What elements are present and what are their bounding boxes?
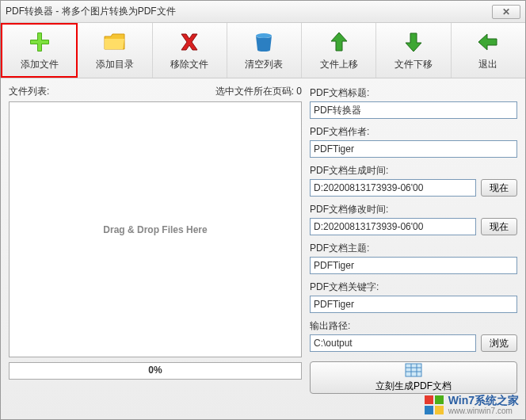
add-file-button[interactable]: 添加文件 bbox=[1, 23, 78, 78]
move-down-label: 文件下移 bbox=[394, 58, 433, 71]
add-file-label: 添加文件 bbox=[21, 58, 59, 71]
file-list-dropzone[interactable]: Drag & Drop Files Here bbox=[9, 101, 302, 357]
svg-rect-3 bbox=[31, 40, 48, 44]
clear-button[interactable]: 清空列表 bbox=[227, 23, 302, 78]
file-list-label: 文件列表: bbox=[9, 85, 49, 98]
right-column: PDF文档标题: PDF文档作者: PDF文档生成时间: 现在 PDF文档修改时… bbox=[310, 85, 517, 380]
generate-label: 立刻生成PDF文档 bbox=[375, 380, 452, 393]
drop-hint: Drag & Drop Files Here bbox=[103, 224, 207, 235]
generate-pdf-button[interactable]: 立刻生成PDF文档 bbox=[310, 361, 517, 394]
modify-now-button[interactable]: 现在 bbox=[481, 218, 517, 235]
svg-rect-5 bbox=[406, 364, 421, 376]
move-down-button[interactable]: 文件下移 bbox=[376, 23, 451, 78]
toolbar: 添加文件 添加目录 移除文件 清空列表 文件上移 bbox=[1, 23, 525, 78]
plus-icon bbox=[27, 29, 52, 55]
document-icon bbox=[404, 362, 423, 378]
modify-time-input[interactable] bbox=[310, 218, 476, 235]
exit-button[interactable]: 退出 bbox=[452, 23, 525, 78]
exit-label: 退出 bbox=[478, 58, 497, 71]
titlebar: PDF转换器 - 将多个图片转换为PDF文件 ✕ bbox=[1, 1, 525, 23]
subject-input[interactable] bbox=[310, 257, 517, 274]
clear-label: 清空列表 bbox=[245, 58, 283, 71]
left-header: 文件列表: 选中文件所在页码: 0 bbox=[9, 85, 302, 98]
create-time-label: PDF文档生成时间: bbox=[310, 164, 517, 178]
arrow-down-icon bbox=[401, 29, 426, 55]
trash-icon bbox=[251, 29, 276, 55]
progress-bar: 0% bbox=[9, 362, 302, 380]
create-now-button[interactable]: 现在 bbox=[481, 179, 517, 197]
app-window: PDF转换器 - 将多个图片转换为PDF文件 ✕ 添加文件 添加目录 移除文件 bbox=[0, 0, 526, 420]
progress-label: 0% bbox=[10, 365, 301, 376]
main-content: 文件列表: 选中文件所在页码: 0 Drag & Drop Files Here… bbox=[1, 78, 525, 419]
author-input[interactable] bbox=[310, 140, 517, 158]
add-dir-button[interactable]: 添加目录 bbox=[78, 23, 152, 78]
left-column: 文件列表: 选中文件所在页码: 0 Drag & Drop Files Here… bbox=[9, 85, 302, 380]
title-label: PDF文档标题: bbox=[310, 86, 517, 100]
svg-point-4 bbox=[256, 33, 272, 38]
modify-time-label: PDF文档修改时间: bbox=[310, 203, 517, 216]
remove-button[interactable]: 移除文件 bbox=[153, 23, 227, 78]
subject-label: PDF文档主题: bbox=[310, 242, 517, 255]
move-up-label: 文件上移 bbox=[320, 58, 358, 71]
keywords-input[interactable] bbox=[310, 296, 517, 313]
window-title: PDF转换器 - 将多个图片转换为PDF文件 bbox=[6, 5, 492, 18]
keywords-label: PDF文档关键字: bbox=[310, 281, 517, 294]
remove-icon bbox=[177, 29, 202, 55]
create-time-input[interactable] bbox=[310, 179, 476, 197]
output-input[interactable] bbox=[310, 334, 476, 352]
output-label: 输出路径: bbox=[310, 319, 517, 333]
folder-icon bbox=[102, 29, 128, 55]
author-label: PDF文档作者: bbox=[310, 125, 517, 139]
arrow-up-icon bbox=[326, 29, 352, 55]
browse-button[interactable]: 浏览 bbox=[481, 334, 517, 352]
window-close-button[interactable]: ✕ bbox=[492, 5, 520, 19]
close-icon: ✕ bbox=[502, 6, 510, 17]
remove-label: 移除文件 bbox=[170, 58, 208, 71]
exit-icon bbox=[475, 29, 501, 55]
move-up-button[interactable]: 文件上移 bbox=[302, 23, 376, 78]
add-dir-label: 添加目录 bbox=[96, 58, 134, 71]
selected-page-label: 选中文件所在页码: 0 bbox=[215, 85, 302, 98]
title-input[interactable] bbox=[310, 101, 517, 119]
